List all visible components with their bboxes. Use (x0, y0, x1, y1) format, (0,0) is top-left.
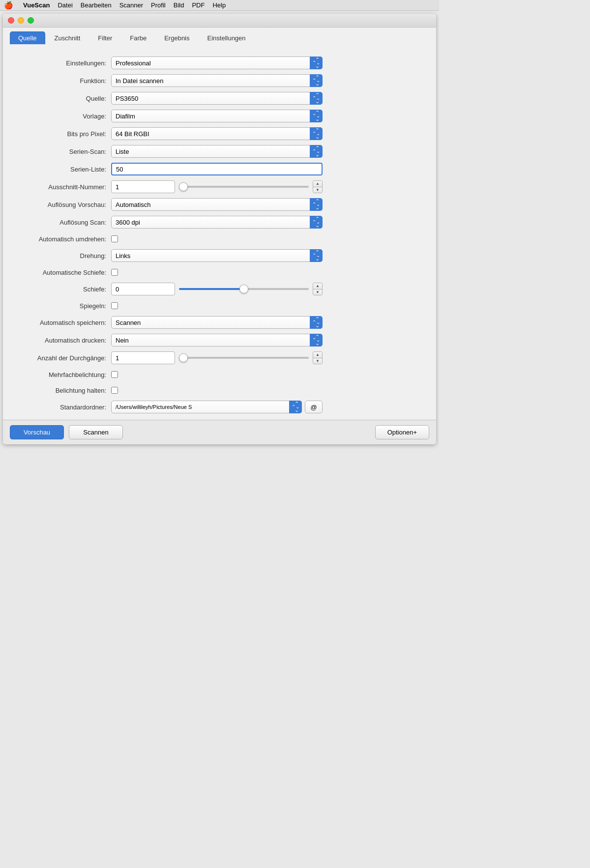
schiefe-input[interactable] (111, 283, 175, 295)
anzahl-row: Anzahl der Durchgänge: ▲ ▼ (3, 349, 436, 367)
belichtung-halten-checkbox-wrapper (111, 387, 323, 394)
automatisch-umdrehen-checkbox[interactable] (111, 235, 118, 242)
optionen-button[interactable]: Optionen+ (375, 425, 429, 439)
vorlage-select[interactable]: Diafilm (111, 110, 323, 122)
automatisch-speichern-label: Automatisch speichern: (3, 319, 111, 326)
serien-liste-label: Serien-Liste: (3, 166, 111, 173)
ausschnitt-spinner-up[interactable]: ▲ (313, 181, 322, 187)
tab-ergebnis[interactable]: Ergebnis (156, 31, 198, 44)
tab-quelle[interactable]: Quelle (10, 31, 45, 44)
serien-liste-input[interactable] (111, 163, 323, 175)
quelle-select[interactable]: PS3650 (111, 92, 323, 105)
ausschnitt-label: Ausschnitt-Nummer: (3, 183, 111, 191)
scannen-button[interactable]: Scannen (69, 425, 123, 439)
schiefe-spinner-down[interactable]: ▼ (313, 289, 322, 295)
ausschnitt-spinner[interactable]: ▲ ▼ (313, 180, 323, 193)
schiefe-control: ▲ ▼ (111, 283, 323, 295)
belichtung-halten-row: Belichtung halten: (3, 382, 436, 398)
menu-help[interactable]: Help (212, 1, 226, 9)
at-button[interactable]: @ (305, 401, 323, 413)
mehrfachbelichtung-control (111, 371, 323, 378)
tab-zuschnitt[interactable]: Zuschnitt (46, 31, 89, 44)
anzahl-slider[interactable] (179, 357, 309, 359)
quelle-row: Quelle: PS3650 ⌃⌄ (3, 89, 436, 107)
anzahl-spinner-up[interactable]: ▲ (313, 352, 322, 358)
serien-scan-select[interactable]: Liste (111, 145, 323, 158)
schiefe-spinner-up[interactable]: ▲ (313, 283, 322, 289)
ausschnitt-input[interactable] (111, 180, 175, 193)
spiegeln-row: Spiegeln: (3, 298, 436, 314)
mehrfachbelichtung-checkbox[interactable] (111, 371, 118, 378)
schiefe-label: Schiefe: (3, 286, 111, 293)
anzahl-control: ▲ ▼ (111, 351, 323, 364)
ausschnitt-control: ▲ ▼ (111, 180, 323, 193)
quelle-control: PS3650 ⌃⌄ (111, 92, 323, 105)
bottom-bar: Vorschau Scannen Optionen+ (3, 420, 436, 444)
main-window: Quelle Zuschnitt Filter Farbe Ergebnis E… (3, 14, 436, 444)
serien-scan-label: Serien-Scan: (3, 148, 111, 155)
close-button[interactable] (8, 17, 14, 24)
bits-select[interactable]: 64 Bit RGBI (111, 127, 323, 140)
aufloesung-scan-row: Auflösung Scan: 3600 dpi ⌃⌄ (3, 213, 436, 231)
menu-bearbeiten[interactable]: Bearbeiten (81, 1, 112, 9)
mehrfachbelichtung-row: Mehrfachbelichtung: (3, 367, 436, 382)
funktion-row: Funktion: In Datei scannen ⌃⌄ (3, 72, 436, 89)
spiegeln-checkbox[interactable] (111, 302, 118, 309)
anzahl-input[interactable] (111, 351, 175, 364)
aufloesung-vorschau-control: Automatisch ⌃⌄ (111, 198, 323, 211)
anzahl-spinner[interactable]: ▲ ▼ (313, 351, 323, 364)
belichtung-halten-checkbox[interactable] (111, 387, 118, 394)
menu-scanner[interactable]: Scanner (119, 1, 143, 9)
einstellungen-select[interactable]: Professional (111, 57, 323, 69)
bits-select-wrapper: 64 Bit RGBI ⌃⌄ (111, 127, 323, 140)
maximize-button[interactable] (28, 17, 34, 24)
tab-farbe[interactable]: Farbe (121, 31, 155, 44)
aufloesung-vorschau-select[interactable]: Automatisch (111, 198, 323, 211)
vorschau-button[interactable]: Vorschau (10, 425, 64, 439)
drehung-select[interactable]: Links (111, 249, 323, 262)
belichtung-halten-control (111, 387, 323, 394)
aufloesung-vorschau-label: Auflösung Vorschau: (3, 201, 111, 208)
standardordner-label: Standardordner: (3, 404, 111, 411)
serien-scan-row: Serien-Scan: Liste ⌃⌄ (3, 143, 436, 160)
automatisch-drucken-row: Automatisch drucken: Nein ⌃⌄ (3, 331, 436, 349)
automatisch-speichern-select[interactable]: Scannen (111, 316, 323, 329)
titlebar (3, 14, 436, 28)
bits-label: Bits pro Pixel: (3, 130, 111, 138)
menu-datei[interactable]: Datei (58, 1, 72, 9)
tab-filter[interactable]: Filter (89, 31, 120, 44)
schiefe-slider[interactable] (179, 288, 309, 290)
funktion-select[interactable]: In Datei scannen (111, 74, 323, 87)
menu-profil[interactable]: Profil (151, 1, 166, 9)
automatisch-drucken-select[interactable]: Nein (111, 334, 323, 347)
aufloesung-scan-select[interactable]: 3600 dpi (111, 216, 323, 229)
app-name[interactable]: VueScan (23, 1, 50, 9)
standardordner-control: /Users/willileyh/Pictures/Neue S ⌃⌄ @ (111, 401, 323, 413)
ausschnitt-slider[interactable] (179, 186, 309, 188)
drehung-row: Drehung: Links ⌃⌄ (3, 247, 436, 264)
drehung-control: Links ⌃⌄ (111, 249, 323, 262)
menu-bild[interactable]: Bild (174, 1, 184, 9)
menu-pdf[interactable]: PDF (192, 1, 205, 9)
tab-einstellungen[interactable]: Einstellungen (199, 31, 254, 44)
automatisch-speichern-control: Scannen ⌃⌄ (111, 316, 323, 329)
belichtung-halten-label: Belichtung halten: (3, 387, 111, 394)
funktion-control: In Datei scannen ⌃⌄ (111, 74, 323, 87)
form-area: Einstellungen: Professional ⌃⌄ Funktion: (3, 50, 436, 420)
aufloesung-vorschau-select-wrapper: Automatisch ⌃⌄ (111, 198, 323, 211)
automatisch-speichern-select-wrapper: Scannen ⌃⌄ (111, 316, 323, 329)
minimize-button[interactable] (18, 17, 24, 24)
apple-menu[interactable]: 🍎 (4, 1, 13, 10)
bits-row: Bits pro Pixel: 64 Bit RGBI ⌃⌄ (3, 125, 436, 143)
anzahl-spinner-down[interactable]: ▼ (313, 358, 322, 364)
automatisch-umdrehen-checkbox-wrapper (111, 235, 323, 242)
ausschnitt-spinner-down[interactable]: ▼ (313, 187, 322, 193)
automatische-schiefe-checkbox[interactable] (111, 269, 118, 276)
automatische-schiefe-row: Automatische Schiefe: (3, 264, 436, 280)
automatische-schiefe-control (111, 269, 323, 276)
automatisch-umdrehen-label: Automatisch umdrehen: (3, 235, 111, 243)
standardordner-select[interactable]: /Users/willileyh/Pictures/Neue S (111, 401, 302, 413)
schiefe-spinner[interactable]: ▲ ▼ (313, 283, 323, 295)
schiefe-slider-row: ▲ ▼ (111, 283, 323, 295)
vorlage-control: Diafilm ⌃⌄ (111, 110, 323, 122)
